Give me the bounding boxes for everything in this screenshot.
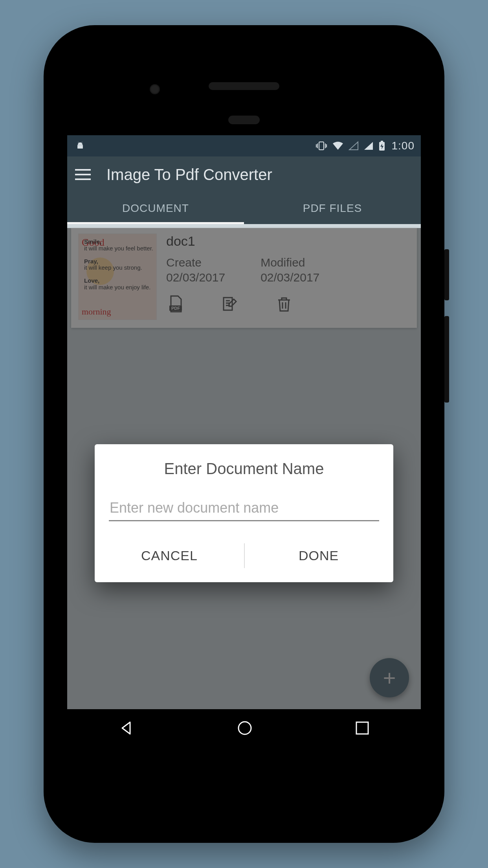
phone-camera <box>150 84 160 94</box>
status-bar: 1:00 <box>67 135 421 156</box>
svg-rect-0 <box>319 142 324 150</box>
tab-document[interactable]: DOCUMENT <box>67 193 244 224</box>
app-bar: Image To Pdf Converter <box>67 156 421 193</box>
vibrate-icon <box>316 141 327 151</box>
svg-rect-2 <box>381 141 383 142</box>
tab-pdf-files[interactable]: PDF FILES <box>244 193 421 224</box>
status-time: 1:00 <box>392 140 415 152</box>
signal-full-icon <box>363 141 374 151</box>
recent-apps-icon[interactable] <box>354 720 371 738</box>
dialog-actions: CANCEL DONE <box>95 541 393 570</box>
tab-bar: DOCUMENT PDF FILES <box>67 193 421 224</box>
wifi-icon <box>332 141 344 151</box>
done-button[interactable]: DONE <box>244 541 393 570</box>
dialog-title: Enter Document Name <box>95 460 393 478</box>
home-icon[interactable] <box>236 719 254 739</box>
app-title: Image To Pdf Converter <box>106 166 272 184</box>
svg-point-6 <box>238 722 251 734</box>
content-area: Good Smile,it will make you feel better.… <box>67 228 421 709</box>
back-icon[interactable] <box>117 719 136 739</box>
cancel-button[interactable]: CANCEL <box>95 541 244 570</box>
document-name-dialog: Enter Document Name CANCEL DONE <box>95 444 393 582</box>
svg-rect-7 <box>356 722 368 734</box>
battery-charging-icon <box>378 141 385 151</box>
menu-icon[interactable] <box>75 169 91 180</box>
signal-empty-icon <box>349 141 359 151</box>
android-icon <box>76 141 84 151</box>
android-nav-bar <box>67 709 421 748</box>
phone-side-button <box>444 316 449 403</box>
phone-side-button <box>444 249 449 300</box>
phone-frame: 1:00 Image To Pdf Converter DOCUMENT PDF… <box>44 25 444 843</box>
document-name-input[interactable] <box>109 497 379 521</box>
screen: 1:00 Image To Pdf Converter DOCUMENT PDF… <box>67 135 421 709</box>
